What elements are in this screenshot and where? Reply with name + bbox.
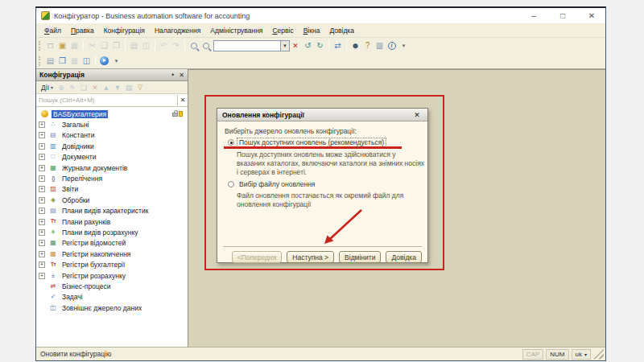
copy-item-icon[interactable]: ❏: [78, 82, 89, 93]
expand-icon[interactable]: +: [39, 229, 45, 236]
add-icon[interactable]: ⊕: [56, 82, 67, 93]
expand-icon[interactable]: +: [39, 165, 45, 171]
menu-item-довідка[interactable]: Довідка: [324, 25, 359, 36]
next-button[interactable]: Наступна >: [287, 251, 334, 263]
clear-search-icon[interactable]: ✕: [177, 95, 188, 105]
combobox-dropdown-icon[interactable]: ▼: [281, 40, 290, 51]
tree-item[interactable]: +▦Регістри накопичення: [36, 249, 188, 259]
tree-item-label[interactable]: Регістри розрахунку: [60, 272, 127, 280]
cancel-button[interactable]: Відмінити: [339, 251, 381, 263]
help-search-icon[interactable]: ?: [361, 39, 374, 51]
tree-item-label[interactable]: Регістри накопичення: [60, 250, 132, 258]
expand-icon[interactable]: +: [39, 251, 45, 257]
go-forward-icon[interactable]: ↻: [314, 39, 326, 51]
print-icon[interactable]: ▤: [128, 39, 140, 51]
user-mode-icon[interactable]: ☻: [349, 39, 361, 51]
redo-icon[interactable]: ↷: [170, 39, 182, 51]
search-input[interactable]: [36, 95, 177, 106]
resize-grip[interactable]: [593, 349, 604, 360]
tree-item-label[interactable]: Обробки: [60, 196, 91, 204]
tree-item[interactable]: +▤Константи: [36, 130, 188, 141]
expand-icon[interactable]: +: [39, 175, 45, 182]
tree-item[interactable]: +ТтРегістри бухгалтерії: [36, 259, 188, 269]
tree-item[interactable]: +▥Довідники: [36, 141, 188, 151]
zoom-icon[interactable]: [200, 39, 212, 51]
tree-item-label[interactable]: Зовнішнє джерело даних: [60, 304, 143, 312]
move-up-icon[interactable]: ▲: [101, 82, 112, 93]
cut-icon[interactable]: ✂: [86, 39, 98, 51]
expand-icon[interactable]: +: [39, 132, 45, 138]
tree-item-label[interactable]: Довідники: [60, 142, 96, 150]
edit-icon[interactable]: ✎: [67, 82, 78, 93]
language-selector[interactable]: uk ▾: [572, 349, 591, 360]
radio-icon[interactable]: [228, 181, 234, 187]
open-icon[interactable]: ▣: [56, 39, 68, 51]
expand-icon[interactable]: +: [39, 261, 45, 268]
menu-item-конфігурація[interactable]: Конфігурація: [99, 25, 150, 36]
expand-icon[interactable]: +: [39, 121, 45, 128]
expand-icon[interactable]: +: [39, 240, 45, 246]
maximize-button[interactable]: □: [554, 11, 572, 20]
configuration-icon[interactable]: ▤: [44, 55, 56, 67]
tree-item-label[interactable]: Задачі: [60, 293, 85, 301]
tree-item-label[interactable]: Регістри бухгалтерії: [60, 261, 126, 269]
sort-icon[interactable]: ▤: [123, 82, 134, 93]
tree-item[interactable]: +ТтПлани рахунків: [36, 216, 188, 227]
compare-merge-icon[interactable]: ◫: [80, 55, 93, 67]
menu-item-налагодження[interactable]: Налагодження: [150, 25, 205, 36]
help-button[interactable]: Довідка: [386, 251, 422, 263]
radio-option-choose-file[interactable]: Вибір файлу оновлення: [228, 180, 316, 188]
minimize-button[interactable]: –: [525, 11, 543, 20]
expand-icon[interactable]: +: [39, 154, 45, 160]
radio-option-search-updates[interactable]: Пошук доступних оновлень (рекомендується…: [228, 138, 386, 146]
previous-button[interactable]: <Попередня: [232, 251, 283, 263]
tree-item[interactable]: +▦Регістри відомостей: [36, 238, 188, 249]
tree-item-label[interactable]: Загальні: [60, 121, 90, 129]
panel-close-icon[interactable]: ✕: [179, 72, 184, 79]
tree-item-label[interactable]: Документи: [60, 153, 97, 161]
tree-item[interactable]: +∴Загальні: [36, 119, 188, 130]
tree-item[interactable]: +▦Журнали документів: [36, 162, 188, 173]
tree-item[interactable]: +▤Плани видів характеристик: [36, 206, 188, 216]
panel-menu-icon[interactable]: ‣: [171, 72, 175, 79]
tree-item[interactable]: +{}Перелічення: [36, 173, 188, 183]
go-back-icon[interactable]: ↺: [302, 39, 314, 51]
tree-item[interactable]: ✓Задачі: [36, 292, 188, 302]
toolbar-overflow-icon[interactable]: ▾: [110, 55, 122, 67]
expand-icon[interactable]: +: [39, 197, 45, 204]
menu-item-файл[interactable]: Файл: [39, 25, 66, 36]
start-debugging-icon[interactable]: [98, 55, 110, 67]
tree-item[interactable]: ⇄Бізнес-процеси: [36, 281, 188, 291]
menu-item-вікна[interactable]: Вікна: [299, 25, 325, 36]
new-document-icon[interactable]: □: [44, 39, 56, 51]
paste-icon[interactable]: ❐: [110, 39, 122, 51]
tree-item-label[interactable]: Бізнес-процеси: [60, 282, 112, 290]
database-configuration-icon[interactable]: ▦: [68, 55, 80, 67]
radio-icon[interactable]: [228, 139, 234, 146]
tree-item[interactable]: ◫Зовнішнє джерело даних: [36, 302, 188, 313]
copy-icon[interactable]: ❏: [98, 39, 110, 51]
combobox-clear-icon[interactable]: ✕: [291, 40, 300, 51]
print-preview-icon[interactable]: ◫: [140, 39, 152, 51]
tree-item-label[interactable]: Звіти: [60, 185, 80, 193]
expand-icon[interactable]: +: [39, 219, 45, 225]
tree-item[interactable]: BASБухгалтерия: [36, 109, 188, 119]
menu-item-адміністрування[interactable]: Адміністрування: [205, 25, 267, 36]
menu-item-правка[interactable]: Правка: [66, 25, 99, 36]
actions-menu-button[interactable]: Дії ▾: [39, 84, 56, 92]
tree-item[interactable]: +✳Плани видів розрахунку: [36, 227, 188, 237]
tree-item[interactable]: +□Документи: [36, 152, 188, 162]
save-icon[interactable]: ▦: [68, 39, 80, 51]
tree-item[interactable]: +◈Обробки: [36, 195, 188, 205]
close-button[interactable]: ✕: [583, 11, 601, 20]
info-icon[interactable]: i: [386, 39, 398, 51]
dialog-close-icon[interactable]: ✕: [411, 111, 423, 119]
compare-configuration-icon[interactable]: ⇄: [332, 39, 344, 51]
tree-item[interactable]: +▨Звіти: [36, 184, 188, 195]
expand-icon[interactable]: +: [39, 273, 45, 279]
expand-icon[interactable]: +: [39, 143, 45, 150]
syntax-help-icon[interactable]: ▥: [374, 39, 386, 51]
delete-icon[interactable]: ✕: [89, 82, 101, 93]
undo-icon[interactable]: ↶: [158, 39, 170, 51]
open-configuration-icon[interactable]: ❐: [56, 55, 68, 67]
